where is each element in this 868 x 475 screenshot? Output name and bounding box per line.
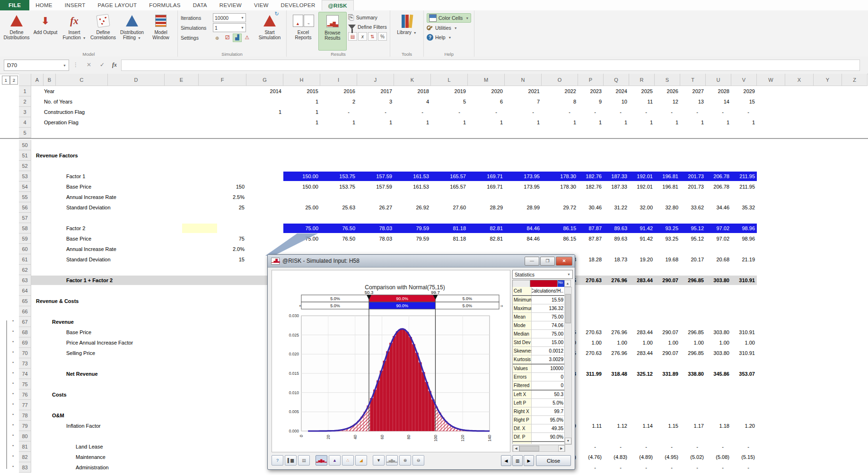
hscroll-right-icon[interactable]: ▶ [558, 445, 565, 452]
row-label-base-price[interactable]: Base Price [66, 233, 91, 244]
cell-N4[interactable]: 1 [505, 117, 540, 128]
cell-R70[interactable]: 283.44 [629, 348, 653, 358]
row-header-83[interactable]: 83 [19, 462, 31, 473]
column-header-U[interactable]: U [706, 74, 731, 86]
cell-M58[interactable]: 82.81 [468, 223, 503, 233]
cell-U68[interactable]: 303.80 [706, 327, 729, 337]
cell-Q82[interactable]: (4.83) [604, 452, 627, 462]
cell-N54[interactable]: 173.95 [505, 181, 540, 192]
cell-S70[interactable]: 290.07 [655, 348, 678, 358]
cell-V74[interactable]: 353.07 [731, 369, 755, 379]
row-label-factor-1-factor-2[interactable]: Factor 1 + Factor 2 [66, 275, 113, 285]
cell-U61[interactable]: 20.68 [706, 254, 729, 265]
cell-Q79[interactable]: 1.12 [604, 421, 627, 431]
cell-Q2[interactable]: 10 [604, 96, 627, 107]
column-header-B[interactable]: B [44, 74, 56, 86]
cell-Q74[interactable]: 318.48 [604, 369, 627, 379]
cell-L3[interactable]: - [431, 107, 460, 117]
cell-R61[interactable]: 19.20 [629, 254, 653, 265]
cell-U59[interactable]: 97.02 [706, 233, 729, 244]
cell-P54[interactable]: 182.76 [578, 181, 602, 192]
cell-V61[interactable]: 21.19 [731, 254, 755, 265]
cell-S82[interactable]: (4.95) [655, 452, 678, 462]
column-header-F[interactable]: F [199, 74, 246, 86]
row-header-53[interactable]: 53 [19, 171, 31, 181]
row-header-81[interactable]: 81 [19, 441, 31, 452]
cell-H2[interactable]: 1 [283, 96, 318, 107]
column-header-P[interactable]: P [578, 74, 604, 86]
row-label-net-revenue[interactable]: Net Revenue [66, 369, 98, 379]
cell-S69[interactable]: 1.00 [655, 337, 678, 348]
cell-S61[interactable]: 19.68 [655, 254, 678, 265]
cell-K56[interactable]: 26.92 [394, 202, 429, 213]
cell-L1[interactable]: 2019 [431, 86, 466, 96]
cell-G3[interactable]: 1 [246, 107, 281, 117]
zoom-out-icon[interactable]: ⊖ [412, 455, 424, 466]
cell-M53[interactable]: 169.71 [468, 171, 503, 181]
column-header-G[interactable]: G [246, 74, 283, 86]
cell-V81[interactable]: - [731, 441, 749, 452]
row-header-59[interactable]: 59 [19, 233, 31, 244]
cell-S56[interactable]: 32.80 [655, 202, 678, 213]
cell-S4[interactable]: 1 [655, 117, 678, 128]
cell-O53[interactable]: 178.30 [542, 171, 576, 181]
cell-H58[interactable]: 75.00 [283, 223, 318, 233]
cell-K2[interactable]: 4 [394, 96, 429, 107]
overlay-histogram-icon[interactable]: ▂▅█▅▂ [386, 455, 398, 466]
cell-T53[interactable]: 201.73 [680, 171, 704, 181]
cell-Q53[interactable]: 187.33 [604, 171, 627, 181]
cell-I59[interactable]: 76.50 [320, 233, 355, 244]
cell-R54[interactable]: 192.01 [629, 181, 653, 192]
row-header-68[interactable]: 68 [19, 327, 31, 337]
cell-Q81[interactable]: - [604, 441, 622, 452]
cell-T59[interactable]: 95.12 [680, 233, 704, 244]
cell-I54[interactable]: 153.75 [320, 181, 355, 192]
outline-level-1-button[interactable]: 1 [2, 76, 10, 85]
cell-J4[interactable]: 1 [357, 117, 392, 128]
cell-N1[interactable]: 2021 [505, 86, 540, 96]
cell-R74[interactable]: 325.12 [629, 369, 653, 379]
cell-S2[interactable]: 12 [655, 96, 678, 107]
cell-G1[interactable]: 2014 [246, 86, 281, 96]
column-header-H[interactable]: H [283, 74, 320, 86]
cell-I2[interactable]: 2 [320, 96, 355, 107]
callout-graph-icon[interactable]: ▥ [512, 455, 523, 466]
histogram-icon[interactable]: ▂▅█▅▂ [316, 455, 327, 466]
cell-I3[interactable]: - [320, 107, 350, 117]
cell-Q56[interactable]: 31.22 [604, 202, 627, 213]
cell-V68[interactable]: 310.91 [731, 327, 755, 337]
row-header-79[interactable]: 79 [19, 421, 31, 431]
cell-S83[interactable]: - [655, 462, 673, 473]
row-header-54[interactable]: 54 [19, 181, 31, 192]
cell-Q63[interactable]: 276.96 [604, 275, 627, 285]
row-header-5[interactable]: 5 [19, 128, 31, 138]
cell-T1[interactable]: 2027 [680, 86, 704, 96]
cell-Q68[interactable]: 276.96 [604, 327, 627, 337]
cell-T56[interactable]: 33.62 [680, 202, 704, 213]
cell-V79[interactable]: 1.20 [731, 421, 755, 431]
previous-icon[interactable]: ◀ [501, 455, 511, 466]
row-label-costs[interactable]: Costs [52, 389, 67, 400]
cell-H56[interactable]: 25.00 [283, 202, 318, 213]
row-header-67[interactable]: 67 [19, 317, 31, 327]
cell-J3[interactable]: - [357, 107, 386, 117]
cell-V83[interactable]: - [731, 462, 749, 473]
cell-P82[interactable]: (4.76) [578, 452, 602, 462]
cell-N59[interactable]: 84.46 [505, 233, 540, 244]
cell-S63[interactable]: 290.07 [655, 275, 678, 285]
cell-I56[interactable]: 25.63 [320, 202, 355, 213]
cell-I53[interactable]: 153.75 [320, 171, 355, 181]
help-icon[interactable]: ? [272, 455, 283, 466]
close-window-button[interactable]: ✕ [556, 257, 572, 266]
cell-V54[interactable]: 211.95 [731, 181, 755, 192]
cell-T81[interactable]: - [680, 441, 698, 452]
cell-O58[interactable]: 86.15 [542, 223, 576, 233]
filter-icon[interactable]: ▼ [373, 455, 385, 466]
column-header-X[interactable]: X [785, 74, 814, 86]
cell-P70[interactable]: 270.63 [578, 348, 602, 358]
row-label-annual-increase-rate[interactable]: Annual Increase Rate [66, 192, 116, 202]
row-header-4[interactable]: 4 [19, 117, 31, 128]
column-header-Y[interactable]: Y [814, 74, 842, 86]
hscroll-left-icon[interactable]: ◀ [513, 445, 519, 452]
cell-T74[interactable]: 338.80 [680, 369, 704, 379]
